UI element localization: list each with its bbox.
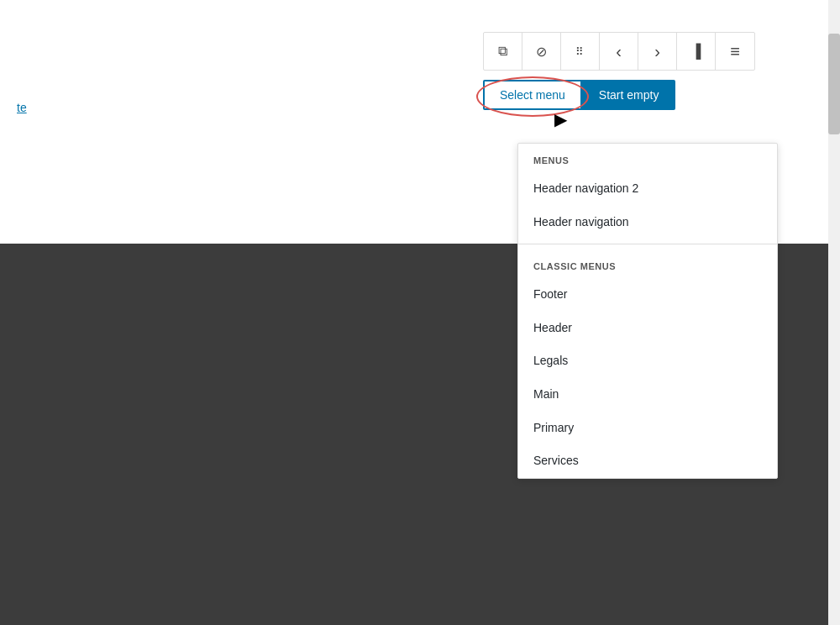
action-bar: Select menu Start empty [483, 80, 675, 110]
align-icon: ▐ [691, 44, 701, 59]
grid-button[interactable]: ⠿ [561, 32, 600, 71]
menu-item-header-nav[interactable]: Header navigation [518, 206, 777, 239]
next-icon: › [654, 42, 660, 61]
menu-item-main[interactable]: Main [518, 378, 777, 412]
next-button[interactable]: › [638, 32, 677, 71]
copy-button[interactable]: ⧉ [484, 32, 522, 71]
hamburger-icon: ≡ [730, 42, 740, 61]
section-header-menus: MENUS [518, 144, 777, 172]
slash-icon: ⊘ [536, 44, 547, 60]
left-link[interactable]: te [17, 101, 27, 114]
slash-button[interactable]: ⊘ [522, 32, 561, 71]
menu-item-footer[interactable]: Footer [518, 278, 777, 312]
toolbar: ⧉ ⊘ ⠿ ‹ › ▐ ≡ [483, 32, 755, 71]
prev-icon: ‹ [616, 42, 622, 61]
start-empty-button[interactable]: Start empty [582, 80, 676, 110]
scrollbar-thumb[interactable] [828, 34, 840, 134]
menu-item-services[interactable]: Services [518, 444, 777, 478]
prev-button[interactable]: ‹ [600, 32, 638, 71]
menu-item-primary[interactable]: Primary [518, 412, 777, 445]
menu-item-legals[interactable]: Legals [518, 344, 777, 378]
menu-item-header[interactable]: Header [518, 312, 777, 345]
grid-icon: ⠿ [575, 45, 585, 58]
select-menu-button[interactable]: Select menu [483, 80, 582, 110]
menu-item-header-nav-2[interactable]: Header navigation 2 [518, 172, 777, 206]
scrollbar-track [828, 0, 840, 625]
dropdown-panel: MENUS Header navigation 2 Header navigat… [517, 143, 778, 479]
dropdown-divider [518, 244, 777, 244]
section-header-classic-menus: CLASSIC MENUS [518, 249, 777, 278]
align-button[interactable]: ▐ [677, 32, 716, 71]
hamburger-button[interactable]: ≡ [716, 32, 754, 71]
copy-icon: ⧉ [498, 44, 507, 59]
